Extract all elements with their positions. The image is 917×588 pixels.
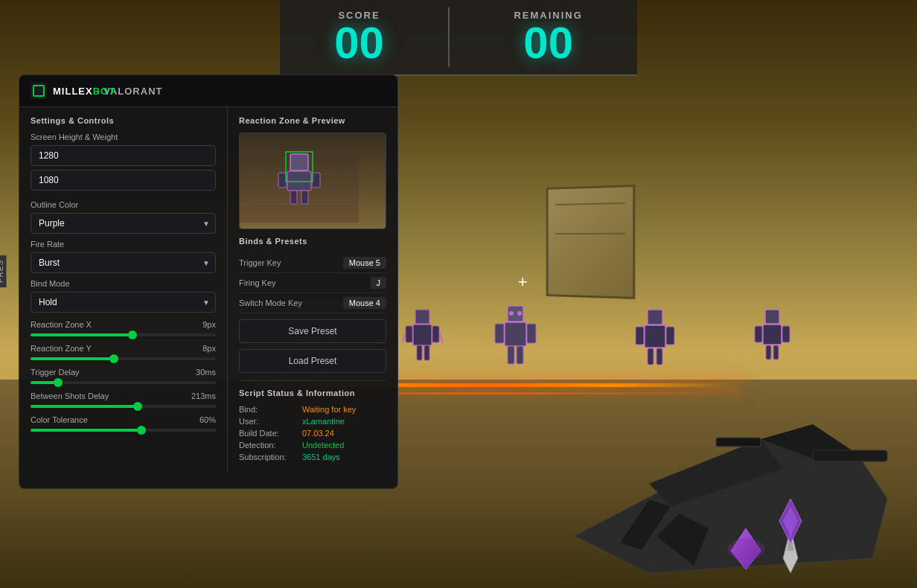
screen-hw-label: Screen Height & Weight [31, 132, 216, 141]
left-column: Settings & Controls Screen Height & Weig… [19, 107, 228, 473]
trigger-key-row: Trigger Key Mouse 5 [239, 253, 386, 273]
crosshair: + [518, 272, 528, 292]
status-section: Script Status & Information Bind: Waitin… [239, 380, 386, 461]
fire-rate-select[interactable]: Burst Auto Single [31, 252, 216, 273]
switch-mode-label: Switch Mode Key [239, 298, 302, 307]
status-section-title: Script Status & Information [239, 389, 386, 397]
load-preset-button[interactable]: Load Preset [239, 349, 386, 373]
between-shots-fill [31, 405, 138, 408]
color-tolerance-thumb[interactable] [137, 426, 146, 435]
svg-rect-2 [406, 326, 412, 342]
bind-status-label: Bind: [239, 405, 302, 414]
user-status-row: User: xLamantine [239, 417, 386, 426]
weapon [500, 275, 917, 588]
reaction-zone-y-thumb[interactable] [109, 354, 118, 363]
svg-rect-39 [290, 154, 308, 170]
subscription-status-value: 3651 days [302, 453, 340, 461]
color-tolerance-row: Color Tolerance 60% [31, 415, 216, 432]
color-tolerance-label: Color Tolerance [31, 415, 88, 424]
screen-width-input[interactable] [31, 145, 216, 166]
trigger-delay-thumb[interactable] [54, 378, 63, 387]
panel-logo [31, 83, 47, 99]
screen-height-input[interactable] [31, 170, 216, 191]
bind-mode-wrapper: Hold Toggle Press ▼ [31, 292, 216, 313]
binds-table: Trigger Key Mouse 5 Firing Key J Switch … [239, 253, 386, 313]
reaction-zone-y-row: Reaction Zone Y 8px [31, 344, 216, 360]
subscription-status-row: Subscription: 3651 days [239, 453, 386, 461]
reaction-zone-y-value: 8px [202, 344, 216, 353]
panel-header: MILLEXBOT - VALORANT [19, 75, 397, 107]
svg-rect-44 [301, 191, 308, 204]
svg-rect-40 [287, 171, 311, 191]
svg-rect-43 [290, 191, 297, 204]
reaction-zone-x-row: Reaction Zone X 9px [31, 320, 216, 336]
svg-rect-0 [415, 310, 429, 324]
build-status-row: Build Date: 07.03.24 [239, 429, 386, 438]
user-status-label: User: [239, 417, 302, 426]
trigger-delay-header: Trigger Delay 30ms [31, 368, 216, 377]
svg-rect-5 [424, 345, 429, 360]
bind-status-value: Waiting for key [302, 405, 356, 414]
save-preset-button[interactable]: Save Preset [239, 319, 386, 343]
svg-rect-1 [413, 325, 432, 345]
panel-title: MILLEXBOT - VALORANT [53, 86, 162, 97]
reaction-zone-y-label: Reaction Zone Y [31, 344, 92, 353]
svg-rect-4 [417, 345, 422, 360]
crate-line [555, 202, 625, 205]
reaction-zone-x-track[interactable] [31, 333, 216, 336]
trigger-key-value: Mouse 5 [343, 257, 386, 269]
reaction-zone-x-thumb[interactable] [128, 330, 137, 339]
detection-status-label: Detection: [239, 441, 302, 450]
reaction-preview [239, 132, 386, 229]
trigger-delay-row: Trigger Delay 30ms [31, 368, 216, 384]
trigger-delay-label: Trigger Delay [31, 368, 80, 377]
svg-line-7 [439, 332, 443, 343]
between-shots-row: Between Shots Delay 213ms [31, 392, 216, 408]
trigger-delay-track[interactable] [31, 381, 216, 384]
reaction-zone-y-fill [31, 357, 114, 360]
reaction-zone-x-label: Reaction Zone X [31, 320, 92, 329]
preview-svg [240, 133, 359, 223]
between-shots-label: Between Shots Delay [31, 392, 109, 400]
binds-section-title: Binds & Presets [239, 237, 386, 246]
reaction-section-title: Reaction Zone & Preview [239, 116, 386, 125]
panel-body: Settings & Controls Screen Height & Weig… [19, 107, 397, 473]
switch-mode-row: Switch Mode Key Mouse 4 [239, 293, 386, 313]
firing-key-value: J [371, 277, 387, 289]
outline-color-select[interactable]: Purple Green Red Blue [31, 213, 216, 234]
remaining-value: 00 [523, 21, 573, 65]
outline-color-wrapper: Purple Green Red Blue ▼ [31, 213, 216, 234]
panel-logo-inner [33, 85, 45, 97]
crate-line2 [555, 233, 625, 234]
subscription-status-label: Subscription: [239, 453, 302, 461]
detection-status-value: Undetected [302, 441, 344, 450]
svg-point-31 [727, 538, 764, 560]
detection-status-row: Detection: Undetected [239, 441, 386, 450]
svg-rect-32 [716, 438, 761, 447]
bot-1 [402, 306, 443, 376]
color-tolerance-track[interactable] [31, 429, 216, 432]
preset-edge-label: PRES [0, 255, 7, 287]
reaction-zone-y-track[interactable] [31, 357, 216, 360]
build-status-value: 07.03.24 [302, 429, 334, 438]
between-shots-thumb[interactable] [133, 402, 142, 411]
score-section: SCORE 00 [334, 10, 384, 65]
settings-section-title: Settings & Controls [31, 116, 216, 125]
score-divider [448, 7, 450, 67]
between-shots-header: Between Shots Delay 213ms [31, 392, 216, 400]
main-panel: MILLEXBOT - VALORANT Settings & Controls… [19, 74, 398, 489]
fire-rate-label: Fire Rate [31, 240, 216, 249]
firing-key-label: Firing Key [239, 278, 276, 287]
reaction-zone-x-header: Reaction Zone X 9px [31, 320, 216, 329]
between-shots-track[interactable] [31, 405, 216, 408]
bind-mode-select[interactable]: Hold Toggle Press [31, 292, 216, 313]
right-column: Reaction Zone & Preview [228, 107, 397, 473]
switch-mode-value: Mouse 4 [343, 297, 386, 309]
trigger-delay-value: 30ms [196, 368, 216, 377]
user-status-value: xLamantine [302, 417, 345, 426]
remaining-section: REMAINING 00 [514, 10, 582, 65]
fire-rate-wrapper: Burst Auto Single ▼ [31, 252, 216, 273]
svg-line-6 [402, 332, 406, 343]
firing-key-row: Firing Key J [239, 273, 386, 293]
color-tolerance-value: 60% [199, 415, 216, 424]
